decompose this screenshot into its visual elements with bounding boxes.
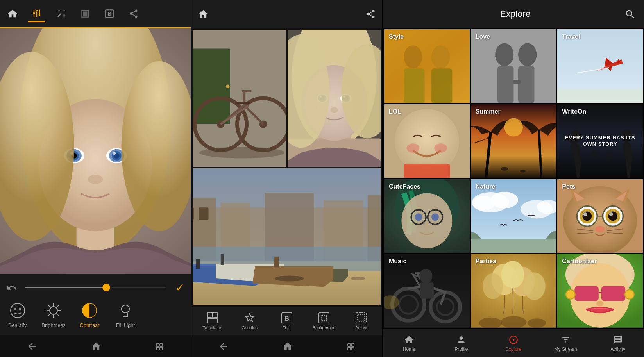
collage-bottom-toolbar: Templates Goodies B Text	[191, 307, 382, 335]
svg-rect-88	[199, 207, 208, 220]
pets-label: Pets	[562, 183, 575, 190]
home-icon[interactable]	[4, 5, 21, 22]
adjust-tool[interactable]: Adjust	[343, 310, 379, 333]
goodies-label: Goodies	[242, 325, 258, 330]
writeon-overlay-text: EVERY SUMMER HAS ITS OWN STORY	[564, 135, 637, 147]
mystream-nav-icon	[561, 334, 571, 345]
svg-point-153	[472, 196, 495, 211]
adjust-icon[interactable]	[28, 5, 45, 22]
collage-cell-bicycle[interactable]	[193, 30, 286, 167]
category-love[interactable]: Love	[471, 29, 556, 103]
svg-text:B: B	[107, 11, 111, 17]
svg-text:B: B	[284, 315, 289, 322]
adjust-icon-2	[355, 312, 367, 324]
confirm-button[interactable]: ✓	[170, 281, 184, 294]
recent-apps-1[interactable]	[155, 341, 164, 352]
slider-thumb[interactable]	[102, 284, 110, 291]
category-lol[interactable]: LOL	[384, 104, 470, 178]
search-icon[interactable]	[624, 8, 636, 20]
svg-line-36	[57, 314, 59, 316]
category-travel[interactable]: Travel	[557, 29, 643, 103]
category-parties[interactable]: Parties	[471, 254, 556, 328]
svg-rect-156	[471, 239, 556, 253]
slider-track	[25, 287, 109, 288]
filllight-icon	[115, 300, 136, 321]
svg-point-139	[592, 150, 599, 160]
svg-point-166	[609, 212, 613, 216]
svg-point-188	[483, 273, 503, 299]
brightness-icon	[43, 300, 64, 321]
svg-point-192	[527, 318, 546, 328]
brightness-tool[interactable]: Brightness	[36, 297, 71, 331]
category-nature[interactable]: Nature	[471, 179, 556, 253]
beautify-tool[interactable]: Beautify	[0, 297, 35, 331]
contrast-slider[interactable]	[25, 287, 166, 288]
svg-point-127	[406, 143, 419, 153]
svg-point-200	[566, 290, 575, 299]
svg-rect-106	[348, 347, 351, 350]
svg-point-140	[606, 151, 613, 161]
svg-rect-198	[601, 286, 625, 301]
category-pets[interactable]: Pets	[557, 179, 643, 253]
category-writeon[interactable]: WriteOn EVERY SUMMER HAS ITS OWN STORY	[557, 104, 643, 178]
svg-point-190	[501, 261, 524, 289]
recent-apps-2[interactable]	[346, 341, 356, 352]
home-nav-1[interactable]	[91, 340, 102, 352]
background-tool[interactable]: Background	[306, 310, 342, 333]
svg-rect-45	[156, 347, 159, 350]
category-cartoonizer[interactable]: Cartoonizer	[557, 254, 643, 328]
explore-header: Explore	[383, 0, 644, 28]
filllight-label: Fill Light	[116, 322, 135, 328]
text-label-2: Text	[283, 325, 291, 330]
frame-icon[interactable]	[77, 5, 94, 22]
templates-tool[interactable]: Templates	[195, 310, 230, 333]
text-icon-2: B	[281, 312, 293, 324]
svg-point-24	[88, 175, 103, 184]
collage-home-icon[interactable]	[198, 9, 209, 20]
collage-share-icon[interactable]	[366, 9, 376, 19]
undo-button[interactable]	[6, 282, 20, 293]
back-button-1[interactable]	[27, 340, 38, 352]
back-button-2[interactable]	[218, 340, 229, 352]
text-icon[interactable]: B	[101, 5, 118, 22]
svg-rect-105	[351, 344, 354, 346]
share-icon[interactable]	[125, 5, 142, 22]
photo-collage[interactable]	[191, 28, 382, 307]
svg-point-193	[501, 316, 526, 328]
svg-point-126	[395, 109, 459, 173]
home-nav-2[interactable]	[282, 340, 293, 352]
explore-title: Explore	[406, 9, 624, 19]
category-style[interactable]: Style	[384, 29, 470, 103]
svg-rect-129	[404, 164, 450, 178]
svg-rect-87	[193, 207, 194, 220]
nav-home[interactable]: Home	[383, 331, 435, 355]
templates-icon	[207, 312, 218, 324]
svg-rect-103	[358, 314, 365, 321]
profile-nav-label: Profile	[454, 346, 468, 352]
collage-cell-boats[interactable]	[193, 168, 381, 305]
nav-activity[interactable]: Activity	[592, 331, 644, 355]
music-label: Music	[389, 258, 406, 265]
category-summer[interactable]: Summer	[471, 104, 556, 178]
goodies-tool[interactable]: Goodies	[232, 310, 267, 333]
nav-explore[interactable]: Explore	[487, 331, 540, 355]
collage-cell-girl[interactable]	[288, 30, 381, 167]
contrast-tool[interactable]: Contrast	[72, 297, 107, 331]
magic-wand-icon[interactable]	[52, 5, 70, 22]
svg-rect-92	[221, 254, 224, 265]
text-tool[interactable]: B Text	[269, 310, 304, 333]
category-music[interactable]: Music	[384, 254, 470, 328]
svg-point-152	[490, 191, 518, 208]
nav-mystream[interactable]: My Stream	[540, 331, 592, 355]
filllight-tool[interactable]: Fill Light	[108, 297, 143, 331]
svg-line-38	[48, 314, 50, 316]
svg-point-77	[330, 107, 338, 113]
photo-canvas[interactable]	[0, 28, 191, 274]
profile-nav-icon	[456, 334, 466, 345]
slider-row: ✓	[0, 278, 191, 297]
category-cutefaces[interactable]: CuteFaces	[384, 179, 470, 253]
svg-rect-130	[471, 104, 556, 178]
svg-rect-197	[575, 286, 599, 301]
home-nav-label: Home	[403, 346, 415, 352]
nav-profile[interactable]: Profile	[435, 331, 488, 355]
